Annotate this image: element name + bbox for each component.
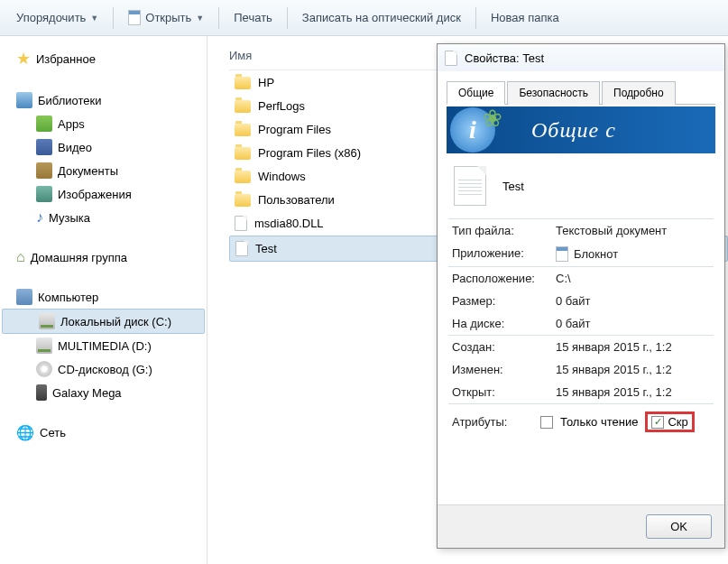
network-label: Сеть [40, 426, 66, 439]
disk-value: 0 байт [556, 317, 710, 330]
notepad-icon [556, 246, 568, 262]
attributes-row: Атрибуты: Только чтение Скр [447, 404, 715, 439]
lib-images[interactable]: Изображения [0, 182, 207, 206]
properties-dialog: Свойства: Test Общие Безопасность Подроб… [437, 43, 725, 549]
folder-icon [235, 147, 251, 160]
drive-label: MULTIMEDIA (D:) [58, 339, 152, 353]
loc-label: Расположение: [452, 272, 556, 285]
dialog-body: Общие Безопасность Подробно i ❀ Общие с … [438, 71, 724, 439]
homegroup-label: Домашняя группа [31, 251, 127, 264]
file-icon [445, 51, 457, 66]
burn-button[interactable]: Записать на оптический диск [295, 7, 468, 28]
lib-label: Изображения [58, 188, 132, 201]
star-icon: ★ [16, 49, 31, 69]
file-name: Test [255, 242, 277, 255]
drive-label: CD-дисковод (G:) [58, 363, 152, 376]
folder-icon [235, 124, 251, 136]
images-icon [36, 186, 52, 202]
created-label: Создан: [452, 340, 556, 354]
homegroup-icon: ⌂ [16, 249, 25, 265]
banner: i ❀ Общие с [447, 106, 715, 153]
folder-icon [235, 171, 251, 183]
banner-text: Общие с [531, 118, 616, 143]
folder-icon [235, 77, 251, 89]
favorites-node[interactable]: ★ Избранное [0, 45, 207, 72]
size-value: 0 байт [556, 294, 710, 308]
size-label: Размер: [452, 294, 556, 308]
print-button[interactable]: Печать [226, 7, 280, 28]
sidebar: ★ Избранное Библиотеки Apps Видео Докуме… [0, 36, 207, 564]
drive-c[interactable]: Локальный диск (C:) [2, 309, 205, 334]
video-icon [36, 139, 52, 155]
disk-icon [39, 313, 55, 329]
file-header: Test [447, 153, 715, 218]
app-label: Приложение: [452, 246, 556, 262]
disk-label: На диске: [452, 317, 556, 330]
phone-icon [36, 384, 47, 401]
created-value: 15 января 2015 г., 1:2 [556, 340, 710, 354]
ok-button[interactable]: OK [646, 514, 712, 539]
print-label: Печать [234, 11, 272, 24]
lib-label: Музыка [49, 211, 90, 225]
drive-phone[interactable]: Galaxy Mega [0, 381, 207, 404]
tab-general[interactable]: Общие [447, 81, 505, 105]
disk-icon [36, 337, 52, 354]
file-name: PerfLogs [258, 99, 305, 113]
apps-icon [36, 116, 52, 132]
burn-label: Записать на оптический диск [302, 11, 461, 24]
hidden-highlight: Скр [645, 411, 694, 432]
lib-documents[interactable]: Документы [0, 159, 207, 182]
lib-label: Документы [58, 164, 118, 178]
file-name: Program Files [258, 123, 331, 136]
computer-icon [16, 289, 32, 305]
drive-label: Локальный диск (C:) [60, 315, 171, 328]
readonly-checkbox[interactable] [540, 416, 553, 429]
hidden-checkbox[interactable] [651, 416, 664, 429]
lib-label: Видео [58, 141, 92, 154]
file-name: Пользователи [258, 193, 335, 207]
open-label: Открыть [145, 11, 191, 24]
separator [475, 7, 476, 29]
chevron-down-icon: ▼ [196, 14, 204, 23]
separator [287, 7, 288, 29]
open-button[interactable]: Открыть ▼ [121, 6, 211, 29]
app-value: Блокнот [556, 246, 710, 262]
opened-value: 15 января 2015 г., 1:2 [556, 385, 710, 399]
favorites-label: Избранное [36, 52, 96, 66]
file-name: Program Files (x86) [258, 146, 361, 160]
homegroup-node[interactable]: ⌂ Домашняя группа [0, 245, 207, 269]
toolbar: Упорядочить ▼ Открыть ▼ Печать Записать … [0, 0, 728, 36]
lib-video[interactable]: Видео [0, 135, 207, 159]
drive-d[interactable]: MULTIMEDIA (D:) [0, 334, 207, 357]
folder-icon [235, 194, 251, 207]
app-name: Блокнот [574, 247, 618, 261]
modified-label: Изменен: [452, 363, 556, 376]
drive-cd[interactable]: CD-дисковод (G:) [0, 357, 207, 381]
libraries-label: Библиотеки [38, 94, 101, 107]
folder-icon [235, 100, 251, 113]
lib-apps[interactable]: Apps [0, 112, 207, 135]
computer-label: Компьютер [38, 291, 98, 304]
organize-label: Упорядочить [16, 11, 86, 24]
opened-label: Открыт: [452, 385, 556, 399]
tab-details[interactable]: Подробно [602, 81, 676, 105]
dialog-titlebar[interactable]: Свойства: Test [438, 44, 724, 71]
new-folder-button[interactable]: Новая папка [484, 7, 567, 28]
file-icon [235, 241, 248, 256]
chevron-down-icon: ▼ [90, 14, 98, 23]
computer-node[interactable]: Компьютер [0, 285, 207, 309]
lib-music[interactable]: ♪Музыка [0, 206, 207, 229]
libraries-node[interactable]: Библиотеки [0, 88, 207, 112]
network-node[interactable]: 🌐 Сеть [0, 421, 207, 445]
cd-icon [36, 361, 52, 377]
documents-icon [36, 162, 52, 179]
hidden-label: Скр [668, 415, 687, 429]
large-file-icon [454, 166, 486, 206]
separator [218, 7, 219, 29]
libraries-icon [16, 92, 32, 108]
lib-label: Apps [58, 117, 85, 131]
loc-value: C:\ [556, 272, 710, 285]
tab-security[interactable]: Безопасность [507, 81, 600, 105]
leaf-decoration: ❀ [483, 106, 502, 133]
organize-menu[interactable]: Упорядочить ▼ [9, 7, 106, 28]
